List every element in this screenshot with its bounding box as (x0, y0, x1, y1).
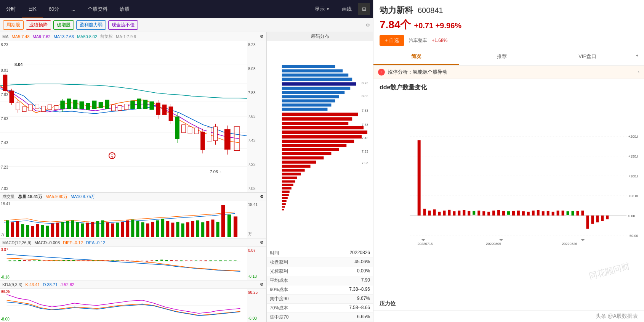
macd-r-axis-bot: -0.18 (248, 274, 265, 279)
stock-meta-row: + 自选 汽车整车 +1.68% (380, 35, 638, 46)
svg-rect-105 (206, 221, 209, 237)
svg-rect-143 (160, 260, 163, 261)
price-axis-7.43-left: 7.43 (1, 141, 8, 145)
svg-rect-95 (156, 221, 159, 237)
tag-xianjin[interactable]: 现金流不佳 (108, 20, 138, 30)
vol-svg (0, 201, 247, 238)
data-row-avg-cost: 平均成本 7.90 (267, 276, 373, 285)
tag-yingli[interactable]: 盈利能力弱 (76, 20, 106, 30)
ma-extra: 前复权 (100, 34, 113, 39)
data-value-conc70: 6.65% (357, 314, 370, 320)
data-row-time: 时间 20220826 (267, 249, 373, 258)
svg-rect-76 (61, 222, 64, 237)
r-axis-7.03: 7.03 (248, 187, 265, 191)
vol-r-unit: 万 (248, 231, 265, 237)
kdj-section: KDJ(9,3,3) K:43.41 D:38.71 J:52.82 ⚙ 98.… (0, 280, 266, 322)
svg-rect-195 (282, 206, 285, 208)
svg-rect-116 (28, 261, 31, 261)
macd-gear-icon[interactable]: ⚙ (260, 240, 264, 245)
ma-extra2: MA·1·7.9·9 (116, 34, 136, 39)
kdj-gear-icon[interactable]: ⚙ (260, 282, 264, 287)
add-watchlist-button[interactable]: + 自选 (380, 35, 404, 46)
tab-jiankuang[interactable]: 简况 (373, 49, 459, 65)
svg-rect-92 (141, 222, 144, 237)
nav-item-fenshi[interactable]: 分时 (0, 0, 22, 18)
nav-item-60min[interactable]: 60分 (43, 0, 65, 18)
svg-rect-52 (201, 132, 205, 150)
candle-gear-icon[interactable]: ⚙ (260, 34, 264, 39)
svg-rect-96 (161, 219, 164, 237)
svg-rect-158 (234, 261, 237, 261)
svg-rect-170 (282, 108, 328, 111)
svg-rect-83 (96, 221, 99, 237)
svg-rect-139 (141, 261, 143, 261)
svg-rect-154 (214, 261, 217, 261)
nav-item-rik[interactable]: 日K (22, 0, 43, 18)
svg-rect-189 (282, 187, 292, 190)
stock-change: +0.71 +9.96% (414, 21, 462, 30)
candle-high-annotation: 8.04 (14, 62, 22, 67)
tag-pozenggu[interactable]: 破增股 (53, 20, 74, 30)
svg-rect-242 (507, 211, 510, 215)
yali-title: 压力位 (380, 300, 396, 306)
data-value-90-cost: 7.38--8.96 (349, 287, 370, 293)
svg-rect-229 (443, 211, 446, 216)
tab-tuijian[interactable]: 推荐 (459, 49, 545, 65)
kdj-d: D:38.71 (43, 282, 58, 287)
svg-rect-129 (92, 261, 95, 261)
svg-rect-149 (190, 261, 192, 261)
nav-item-gegu[interactable]: 个股资料 (82, 0, 114, 18)
svg-rect-16 (22, 107, 26, 112)
svg-rect-71 (36, 224, 39, 237)
candlestick-section: MA MA5:7.48 MA9:7.62 MA13:7.63 MA50:8.02… (0, 32, 266, 322)
svg-rect-259 (591, 216, 594, 224)
data-value-cursor-profit: 0.00% (357, 268, 370, 275)
svg-rect-115 (23, 260, 26, 261)
price-axis-8.03-left: 8.03 (1, 68, 8, 72)
price-axis-7.63-left: 7.63 (1, 117, 8, 121)
candle-current-annotation: 7.03→ (210, 169, 222, 174)
svg-rect-174 (282, 126, 364, 129)
svg-rect-27 (80, 101, 83, 109)
svg-text:+50.00: +50.00 (628, 194, 638, 198)
svg-rect-258 (586, 216, 589, 229)
tab-plus-button[interactable]: + (630, 49, 644, 65)
svg-rect-29 (92, 101, 96, 109)
r-axis-8.03: 8.03 (248, 67, 265, 71)
svg-rect-196 (282, 209, 284, 210)
stock-code: 600841 (418, 6, 443, 15)
svg-text:7.03: 7.03 (362, 161, 368, 165)
macd-val: MACD:-0.003 (34, 240, 60, 245)
nav-item-xianshi[interactable]: 显示 ▼ (309, 0, 336, 18)
svg-rect-232 (458, 211, 460, 216)
svg-rect-157 (229, 261, 232, 261)
svg-rect-166 (282, 91, 344, 94)
svg-rect-238 (487, 212, 490, 216)
vol-chart: 18.41 万 (0, 201, 266, 238)
kdj-header: KDJ(9,3,3) K:43.41 D:38.71 J:52.82 ⚙ (0, 280, 266, 289)
svg-rect-86 (111, 224, 114, 237)
kdj-j: J:52.82 (61, 282, 74, 287)
tab-vip[interactable]: VIP盘口 (545, 49, 630, 65)
nav-item-zhengu[interactable]: 诊股 (114, 0, 136, 18)
svg-rect-186 (282, 177, 297, 179)
svg-text:7.23: 7.23 (362, 150, 368, 153)
svg-rect-177 (282, 140, 354, 143)
q-circle: Q (109, 152, 115, 159)
nav-item-dots[interactable]: ... (65, 0, 82, 18)
svg-rect-7 (3, 75, 7, 91)
tag-zhouqigu[interactable]: 周期股 (3, 20, 24, 30)
tag-yejiyujing[interactable]: 业绩预降 (26, 20, 51, 30)
macd-axis-top-left: 0.07 (1, 248, 8, 252)
data-label-avg-cost: 平均成本 (270, 277, 361, 284)
svg-rect-39 (156, 103, 160, 114)
alert-banner[interactable]: ! 涨停分析：氢能源个股异动 › (373, 66, 644, 79)
vol-gear-icon[interactable]: ⚙ (260, 194, 264, 199)
nav-toggle-button[interactable]: ⊞ (358, 3, 370, 15)
macd-axis-bot-left: -0.18 (1, 275, 10, 279)
nav-item-huaxian[interactable]: 画线 (336, 0, 358, 18)
data-row-conc70: 集中度70 6.65% (267, 313, 373, 322)
tag-row-gear-icon[interactable]: ⚙ (366, 23, 370, 28)
svg-rect-37 (143, 100, 147, 109)
svg-rect-260 (596, 216, 599, 222)
